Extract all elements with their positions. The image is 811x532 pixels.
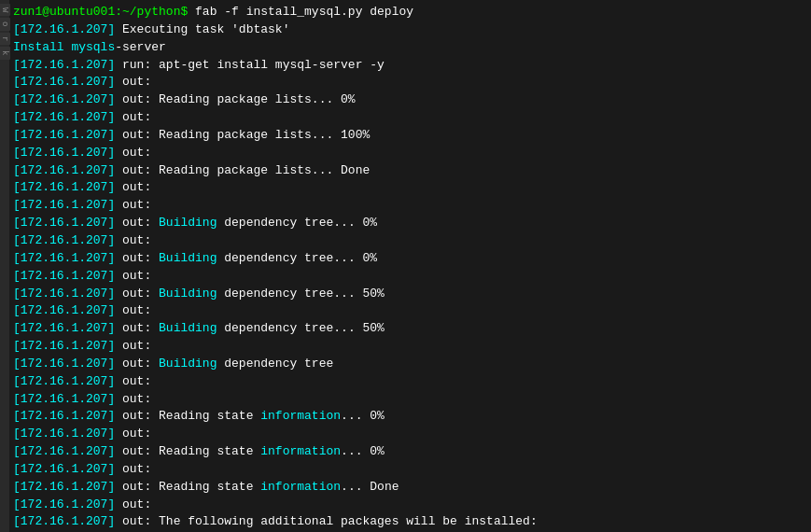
terminal-text: out:: [115, 233, 151, 247]
terminal-text: [172.16.1.207]: [13, 146, 115, 160]
terminal-text: dependency tree... 0%: [217, 251, 377, 265]
terminal-text: out:: [115, 321, 159, 335]
terminal-line: [172.16.1.207] out: Building dependency …: [13, 215, 805, 232]
terminal-text: [172.16.1.207]: [13, 321, 115, 335]
terminal-text: [172.16.1.207]: [13, 427, 115, 441]
terminal-text: [172.16.1.207]: [13, 287, 115, 301]
terminal-line: [172.16.1.207] Executing task 'dbtask': [13, 21, 805, 39]
terminal-text: [172.16.1.207]: [13, 58, 115, 72]
terminal-line: [172.16.1.207] out: Building dependency …: [13, 286, 805, 303]
terminal-line: [172.16.1.207] out:: [13, 338, 805, 356]
terminal-text: ... 0%: [341, 409, 385, 423]
terminal-text: [172.16.1.207]: [13, 514, 115, 528]
terminal-line: [172.16.1.207] out:: [13, 268, 805, 286]
terminal-text: Building: [159, 357, 217, 371]
terminal-text: dependency tree... 50%: [217, 287, 384, 301]
sidebar-tab[interactable]: o: [0, 18, 10, 30]
terminal-text: [172.16.1.207]: [13, 22, 115, 36]
terminal-text: out:: [115, 357, 159, 371]
terminal-line: [172.16.1.207] out: Reading package list…: [13, 162, 805, 180]
terminal-line: [172.16.1.207] out: The following additi…: [13, 513, 805, 531]
terminal-text: information: [260, 444, 341, 458]
terminal-line: [172.16.1.207] out:: [13, 232, 805, 250]
terminal-line: [172.16.1.207] out:: [13, 302, 805, 320]
terminal-text: out: Reading package lists... 0%: [115, 92, 355, 106]
terminal-text: information: [260, 409, 341, 423]
terminal-text: Building: [159, 216, 217, 230]
terminal-line: [172.16.1.207] out: Reading state inform…: [13, 479, 805, 497]
terminal-text: out: Reading package lists... 100%: [115, 128, 370, 142]
terminal-text: out:: [115, 251, 159, 265]
terminal-text: [172.16.1.207]: [13, 392, 115, 406]
terminal-line: [172.16.1.207] out:: [13, 497, 805, 514]
terminal-text: [172.16.1.207]: [13, 163, 115, 177]
terminal-line: [172.16.1.207] out: Reading state inform…: [13, 408, 805, 426]
terminal-text: [172.16.1.207]: [13, 409, 115, 423]
terminal-text: [172.16.1.207]: [13, 497, 115, 511]
terminal-line: [172.16.1.207] out:: [13, 179, 805, 197]
terminal-text: [172.16.1.207]: [13, 216, 115, 230]
terminal-text: out:: [115, 427, 151, 441]
terminal-text: out: Reading state: [115, 444, 260, 458]
terminal-line: [172.16.1.207] out:: [13, 145, 805, 162]
sidebar-tab[interactable]: r: [0, 33, 10, 45]
terminal-text: ... Done: [341, 480, 399, 494]
terminal-text: dependency tree: [217, 357, 333, 371]
terminal-text: [172.16.1.207]: [13, 462, 115, 476]
terminal-line: [172.16.1.207] out: Reading package list…: [13, 91, 805, 109]
terminal-text: out: Reading state: [115, 480, 260, 494]
terminal-line: [172.16.1.207] out:: [13, 391, 805, 409]
terminal-text: fab -f install_mysql.py deploy: [188, 5, 413, 19]
terminal-line: [172.16.1.207] out: Building dependency …: [13, 250, 805, 268]
terminal-text: out:: [115, 374, 151, 388]
terminal-text: [172.16.1.207]: [13, 110, 115, 124]
terminal-line: [172.16.1.207] run: apt-get install mysq…: [13, 57, 805, 75]
terminal-text: out: Reading state: [115, 409, 260, 423]
terminal-text: [172.16.1.207]: [13, 339, 115, 353]
terminal-text: out:: [115, 146, 151, 160]
terminal-text: dependency tree... 0%: [217, 216, 377, 230]
terminal-text: -server: [115, 40, 166, 54]
sidebar: W o r k: [0, 0, 9, 532]
terminal-text: out:: [115, 287, 159, 301]
terminal-text: information: [260, 480, 341, 494]
terminal-text: out:: [115, 462, 151, 476]
terminal-text: out:: [115, 198, 151, 212]
terminal-line: Install mysqls-server: [13, 39, 805, 57]
terminal-line: [172.16.1.207] out:: [13, 74, 805, 91]
terminal-text: [172.16.1.207]: [13, 251, 115, 265]
terminal-text: dependency tree... 50%: [217, 321, 384, 335]
sidebar-tab[interactable]: k: [0, 47, 10, 59]
terminal-text: [172.16.1.207]: [13, 269, 115, 283]
terminal-text: out:: [115, 180, 151, 194]
terminal-text: out:: [115, 110, 151, 124]
terminal-line: zun1@ubuntu001:~/python$ fab -f install_…: [13, 4, 805, 21]
terminal-text: out:: [115, 75, 151, 89]
terminal-line: [172.16.1.207] out:: [13, 461, 805, 479]
terminal-text: out:: [115, 269, 151, 283]
terminal-text: [172.16.1.207]: [13, 374, 115, 388]
terminal: W o r k zun1@ubuntu001:~/python$ fab -f …: [0, 0, 811, 532]
terminal-text: out: Reading package lists... Done: [115, 163, 370, 177]
terminal-text: out:: [115, 339, 151, 353]
terminal-text: [172.16.1.207]: [13, 198, 115, 212]
sidebar-tab[interactable]: W: [0, 4, 10, 16]
terminal-text: run: apt-get install mysql-server -y: [115, 58, 385, 72]
terminal-text: [172.16.1.207]: [13, 180, 115, 194]
terminal-text: zun1@ubuntu001:~/python$: [13, 5, 188, 19]
terminal-line: [172.16.1.207] out:: [13, 373, 805, 391]
terminal-line: [172.16.1.207] out: Building dependency …: [13, 320, 805, 338]
terminal-text: out:: [115, 497, 151, 511]
terminal-line: [172.16.1.207] out: Reading package list…: [13, 127, 805, 145]
terminal-text: Building: [159, 251, 217, 265]
terminal-text: out:: [115, 392, 151, 406]
terminal-text: [172.16.1.207]: [13, 92, 115, 106]
terminal-text: out:: [115, 216, 159, 230]
terminal-text: [172.16.1.207]: [13, 128, 115, 142]
terminal-text: out: The following additional packages w…: [115, 514, 537, 528]
terminal-text: [172.16.1.207]: [13, 303, 115, 317]
terminal-text: out:: [115, 303, 151, 317]
terminal-text: [172.16.1.207]: [13, 480, 115, 494]
terminal-line: [172.16.1.207] out: Building dependency …: [13, 356, 805, 373]
terminal-text: [172.16.1.207]: [13, 233, 115, 247]
